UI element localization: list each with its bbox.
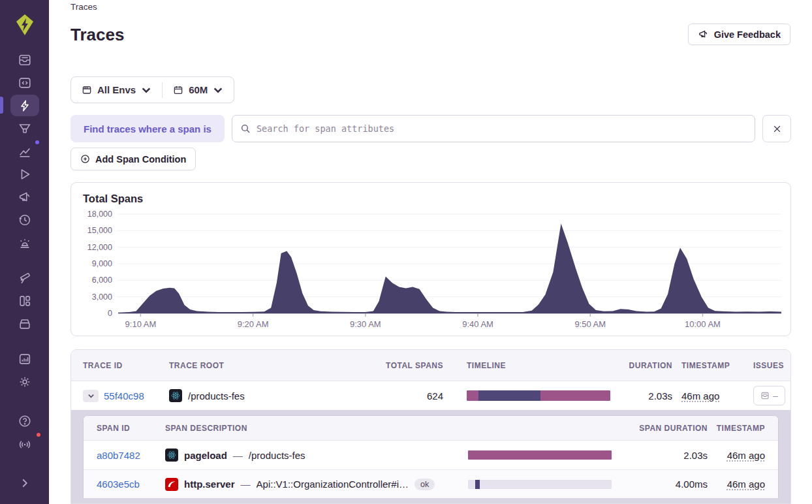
give-feedback-button[interactable]: Give Feedback [688, 24, 790, 45]
span-duration-bar[interactable] [468, 450, 612, 460]
span-duration: 2.03s [612, 450, 708, 461]
issues-empty-dash: – [773, 390, 778, 401]
span-timestamp[interactable]: 46m ago [727, 479, 765, 490]
sidebar-item-replays[interactable] [10, 163, 39, 185]
trace-spans-section: Span ID Span Description Span Duration T… [71, 410, 790, 504]
window-icon [82, 85, 92, 95]
col-trace-root: Trace Root [169, 361, 378, 370]
sidebar-item-releases[interactable] [10, 209, 39, 230]
col-timeline: Timeline [467, 361, 610, 370]
span-op: pageload [184, 450, 227, 461]
sidebar-collapse-button[interactable] [10, 472, 39, 494]
give-feedback-label: Give Feedback [714, 29, 781, 40]
sidebar-item-help[interactable] [10, 410, 39, 432]
sidebar-bottom [10, 409, 39, 504]
svg-text:9:40 AM: 9:40 AM [462, 319, 493, 329]
active-nav-indicator [0, 97, 3, 114]
plus-circle-icon [80, 154, 90, 164]
span-status-badge: ok [414, 479, 435, 490]
total-spans-value: 624 [378, 390, 467, 402]
chart-title: Total Spans [83, 193, 143, 205]
chevron-down-icon [213, 85, 223, 95]
trace-row: 55f40c98 /products-fes 624 2.03s 46m ago… [71, 381, 790, 410]
span-description: /products-fes [249, 450, 305, 461]
span-row: a80b7482 pageload — /products-fes 2.03s … [84, 441, 778, 469]
span-timestamp[interactable]: 46m ago [727, 450, 765, 461]
trace-timeline-bar[interactable] [467, 390, 610, 401]
trace-duration: 2.03s [610, 390, 672, 402]
calendar-icon [173, 85, 183, 95]
span-search-box[interactable] [232, 115, 755, 142]
chevron-down-icon [141, 85, 151, 95]
breadcrumb[interactable]: Traces [70, 2, 97, 12]
col-trace-id: Trace ID [83, 361, 169, 370]
sidebar-item-alerts[interactable] [10, 232, 39, 253]
sidebar-item-feedback[interactable] [10, 186, 39, 208]
whats-new-badge-dot [35, 432, 42, 438]
sidebar-item-performance[interactable] [10, 140, 39, 162]
spans-table: Span ID Span Description Span Duration T… [83, 415, 779, 498]
chevron-down-icon [87, 392, 95, 400]
sidebar-item-whats-new[interactable] [10, 433, 39, 454]
performance-badge-dot [34, 139, 40, 146]
span-op: http.server [184, 479, 235, 490]
time-range-filter[interactable]: 60M [163, 77, 234, 102]
separator-dash: — [233, 450, 243, 461]
sidebar [0, 0, 49, 504]
col-total-spans: Total Spans [378, 361, 467, 370]
trace-id-link[interactable]: 55f40c98 [104, 390, 144, 402]
span-duration-bar[interactable] [468, 480, 612, 489]
traces-table-header: Trace ID Trace Root Total Spans Timeline… [71, 350, 790, 381]
svg-text:9:30 AM: 9:30 AM [350, 319, 381, 329]
rails-platform-icon [165, 478, 178, 491]
page-title: Traces [70, 25, 124, 45]
svg-text:15,000: 15,000 [87, 226, 112, 235]
environment-filter[interactable]: All Envs [71, 77, 162, 102]
environment-filter-value: All Envs [97, 84, 136, 95]
traces-table: Trace ID Trace Root Total Spans Timeline… [70, 349, 791, 504]
span-search-row: Find traces where a span is [70, 115, 791, 142]
sidebar-item-issues[interactable] [10, 49, 39, 71]
sidebar-item-projects[interactable] [10, 72, 39, 93]
svg-text:9:50 AM: 9:50 AM [574, 319, 606, 329]
trace-timestamp[interactable]: 46m ago [681, 390, 719, 402]
total-spans-chart-card: Total Spans 03,0006,0009,00012,00015,000… [70, 182, 791, 336]
svg-text:18,000: 18,000 [87, 210, 112, 219]
span-search-input[interactable] [257, 123, 747, 134]
svg-text:10:00 AM: 10:00 AM [685, 319, 721, 329]
collapse-trace-button[interactable] [83, 390, 99, 402]
total-spans-area-chart[interactable]: 03,0006,0009,00012,00015,00018,0009:10 A… [78, 209, 785, 330]
sidebar-item-settings[interactable] [10, 371, 39, 392]
sidebar-item-stats[interactable] [10, 348, 39, 370]
col-issues: Issues [753, 361, 784, 370]
separator-dash: — [241, 479, 251, 490]
col-duration: Duration [610, 361, 672, 370]
issues-icon [760, 391, 770, 400]
page-filter-bar: All Envs 60M [70, 76, 234, 103]
svg-text:0: 0 [108, 309, 112, 318]
col-span-description: Span Description [165, 424, 468, 433]
svg-text:9:10 AM: 9:10 AM [125, 319, 157, 329]
span-id-link[interactable]: 4603e5cb [97, 479, 140, 490]
org-logo[interactable] [12, 12, 38, 38]
sidebar-item-traces[interactable] [10, 95, 39, 116]
sidebar-item-discover[interactable] [10, 267, 39, 289]
sidebar-nav [0, 48, 49, 504]
span-id-link[interactable]: a80b7482 [97, 450, 140, 461]
find-traces-label: Find traces where a span is [70, 115, 225, 142]
close-icon [772, 124, 782, 134]
col-timestamp: Timestamp [672, 361, 753, 370]
clear-search-button[interactable] [762, 115, 791, 142]
react-platform-icon [169, 389, 182, 402]
main-content: Traces Traces Give Feedback All Envs 60M… [49, 0, 812, 504]
sidebar-item-archive[interactable] [10, 313, 39, 334]
svg-text:12,000: 12,000 [87, 243, 112, 252]
svg-text:9:20 AM: 9:20 AM [238, 319, 269, 329]
trace-issues-badge[interactable]: – [753, 386, 785, 405]
svg-text:6,000: 6,000 [92, 276, 112, 285]
sidebar-item-dashboards[interactable] [10, 290, 39, 311]
sidebar-item-queries[interactable] [10, 118, 39, 139]
span-description: Api::V1::OrganizationController#i… [257, 479, 409, 490]
trace-root-name[interactable]: /products-fes [188, 390, 245, 402]
add-span-condition-button[interactable]: Add Span Condition [70, 148, 196, 170]
